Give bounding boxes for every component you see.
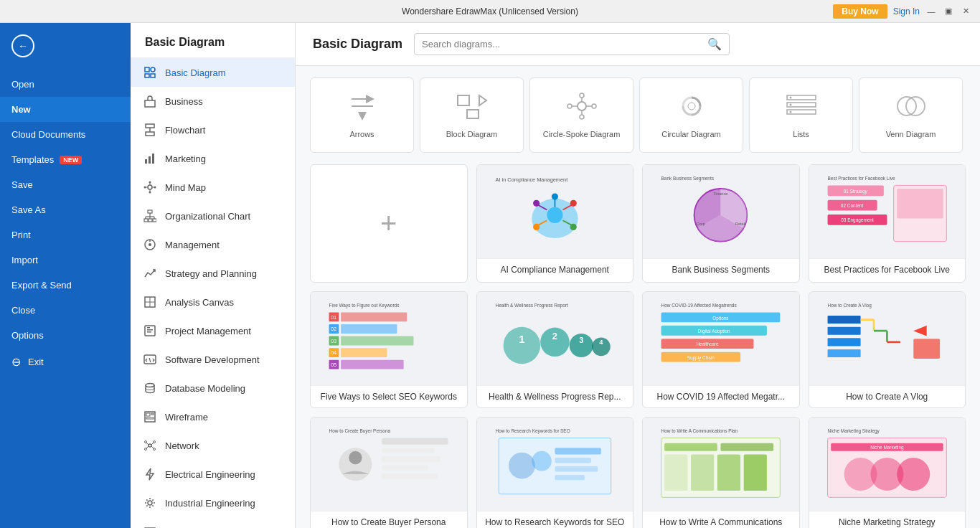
minimize-button[interactable]: — <box>925 6 937 17</box>
svg-rect-126 <box>341 359 403 369</box>
template-card-comms-plan[interactable]: How to Write A Communications Plan How t… <box>642 417 800 528</box>
software-dev-icon <box>142 352 158 367</box>
template-thumb: Best Practices for Facebook Live 01 Stra… <box>809 165 966 258</box>
svg-point-80 <box>789 104 791 106</box>
category-label: Circular Diagram <box>661 130 721 138</box>
secondary-item-marketing[interactable]: Marketing <box>131 144 295 173</box>
secondary-item-electrical[interactable]: Electrical Engineering <box>131 460 295 489</box>
sidebar-item-templates[interactable]: Templates NEW <box>0 147 131 172</box>
secondary-item-building-plan[interactable]: Building Plan <box>131 517 295 528</box>
svg-rect-180 <box>744 454 767 491</box>
secondary-item-flowchart[interactable]: Flowchart <box>131 116 295 144</box>
sidebar-item-cloud[interactable]: Cloud Documents <box>0 122 131 147</box>
secondary-item-label: Marketing <box>165 154 206 164</box>
svg-rect-164 <box>382 473 438 478</box>
template-card-research-keywords[interactable]: How to Research Keywords for SEO How to … <box>476 417 634 528</box>
svg-point-167 <box>509 452 535 478</box>
building-plan-icon <box>142 524 158 528</box>
secondary-item-strategy[interactable]: Strategy and Planning <box>131 259 295 288</box>
sidebar-item-open[interactable]: Open <box>0 72 131 97</box>
sidebar-item-save[interactable]: Save <box>0 172 131 197</box>
analysis-icon <box>142 294 158 310</box>
secondary-item-label: Software Development <box>165 354 260 365</box>
sidebar-item-close[interactable]: Close <box>0 298 131 323</box>
template-thumb: Niche Marketing Strategy Niche Marketing <box>809 418 966 511</box>
sidebar-item-import[interactable]: Import <box>0 248 131 273</box>
secondary-item-management[interactable]: Management <box>131 230 295 259</box>
svg-text:Best Practices for Facebook Li: Best Practices for Facebook Live <box>827 176 895 181</box>
category-row: Arrows Block Diagram <box>310 77 966 153</box>
template-card-health-wellness[interactable]: Health & Wellness Progress Report 1 2 3 … <box>476 291 634 408</box>
svg-text:Niche Marketing Strategy: Niche Marketing Strategy <box>827 428 880 434</box>
template-card-niche-marketing[interactable]: Niche Marketing Strategy Niche Marketing… <box>809 417 966 528</box>
template-card-facebook-live[interactable]: Best Practices for Facebook Live 01 Stra… <box>809 164 966 283</box>
template-label: Niche Marketing Strategy <box>809 511 966 528</box>
category-card-circular[interactable]: Circular Diagram <box>639 77 743 153</box>
database-icon <box>142 380 158 396</box>
secondary-item-label: Network <box>165 440 199 451</box>
close-button[interactable]: ✕ <box>960 6 971 17</box>
svg-text:1: 1 <box>519 334 524 345</box>
secondary-item-business[interactable]: Business <box>131 87 295 116</box>
svg-rect-179 <box>717 454 740 491</box>
secondary-item-label: Analysis Canvas <box>165 297 234 308</box>
secondary-item-project-mgmt[interactable]: Project Management <box>131 316 295 345</box>
search-box[interactable]: 🔍 <box>414 33 730 55</box>
template-card-seo[interactable]: Five Ways to Figure out Keywords 01 02 0… <box>310 291 468 408</box>
template-card-ai-compliance[interactable]: AI in Compliance Management <box>476 164 634 283</box>
template-card-buyer-persona[interactable]: How to Create Buyer Persona How to Creat… <box>310 417 468 528</box>
svg-point-69 <box>567 104 572 108</box>
template-thumb: Bank Business Segments Finance Retail Co… <box>643 165 799 258</box>
sign-in-button[interactable]: Sign In <box>893 6 920 16</box>
secondary-item-mind-map[interactable]: Mind Map <box>131 173 295 202</box>
back-button[interactable]: ← <box>0 23 131 69</box>
maximize-button[interactable]: ▣ <box>943 6 954 17</box>
template-card-bank-business[interactable]: Bank Business Segments Finance Retail Co… <box>642 164 800 283</box>
sidebar-label-open: Open <box>11 79 34 90</box>
secondary-item-software-dev[interactable]: Software Development <box>131 345 295 374</box>
category-card-arrows[interactable]: Arrows <box>310 77 414 153</box>
svg-line-40 <box>149 358 151 362</box>
sidebar-item-save-as[interactable]: Save As <box>0 197 131 222</box>
svg-rect-172 <box>555 475 584 480</box>
secondary-item-network[interactable]: Network <box>131 431 295 460</box>
sidebar-item-export[interactable]: Export & Send <box>0 273 131 298</box>
svg-rect-3 <box>151 74 155 77</box>
main-content: Basic Diagram 🔍 <box>296 23 980 528</box>
template-card-vlog[interactable]: How to Create A Vlog <box>809 291 966 408</box>
sidebar-label-close: Close <box>11 305 35 316</box>
sidebar-item-exit[interactable]: ⊖ Exit <box>0 348 131 376</box>
category-card-circle-spoke[interactable]: Circle-Spoke Diagram <box>529 77 633 153</box>
templates-badge: NEW <box>60 156 82 164</box>
sidebar-item-options[interactable]: Options <box>0 323 131 348</box>
secondary-item-wireframe[interactable]: Wireframe <box>131 402 295 431</box>
secondary-item-org-chart[interactable]: Organizational Chart <box>131 202 295 230</box>
secondary-item-basic-diagram[interactable]: Basic Diagram <box>131 58 295 87</box>
svg-rect-45 <box>146 418 154 419</box>
category-card-venn[interactable]: Venn Diagram <box>859 77 963 153</box>
svg-rect-38 <box>147 327 150 329</box>
svg-line-54 <box>151 446 154 448</box>
secondary-item-industrial[interactable]: Industrial Engineering <box>131 489 295 517</box>
buy-now-button[interactable]: Buy Now <box>833 4 887 19</box>
flowchart-icon <box>142 122 158 138</box>
sidebar-item-print[interactable]: Print <box>0 222 131 248</box>
svg-point-19 <box>154 187 156 189</box>
secondary-item-analysis[interactable]: Analysis Canvas <box>131 288 295 316</box>
category-label: Block Diagram <box>446 130 498 138</box>
svg-point-93 <box>570 199 576 206</box>
mind-map-icon <box>142 179 158 195</box>
template-card-covid[interactable]: How COVID-19 Affected Megatrends Options… <box>642 291 800 408</box>
svg-point-128 <box>503 326 540 364</box>
search-icon: 🔍 <box>707 37 722 51</box>
secondary-item-label: Database Modeling <box>165 383 245 394</box>
sidebar-item-new[interactable]: New <box>0 97 131 122</box>
search-input[interactable] <box>422 39 702 50</box>
secondary-item-label: Organizational Chart <box>165 211 250 222</box>
category-card-lists[interactable]: Lists <box>749 77 853 153</box>
category-card-block[interactable]: Block Diagram <box>420 77 524 153</box>
template-label: How to Create Buyer Persona <box>311 511 467 528</box>
add-new-card[interactable]: + <box>310 164 468 283</box>
secondary-item-database[interactable]: Database Modeling <box>131 374 295 402</box>
network-icon <box>142 438 158 453</box>
